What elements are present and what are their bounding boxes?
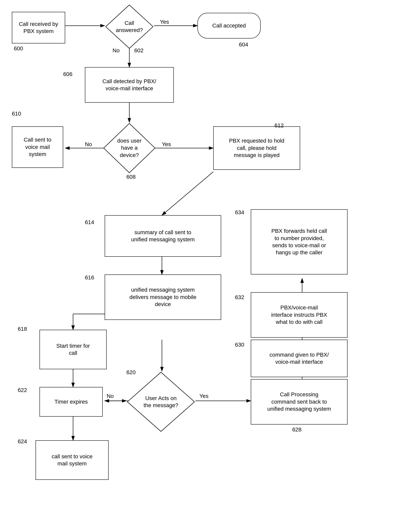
label-608: 608	[126, 174, 136, 180]
label-630: 630	[235, 342, 244, 348]
label-606: 606	[63, 71, 73, 77]
label-622: 622	[18, 387, 27, 393]
node-618: Start timer for call	[39, 330, 107, 369]
yes-label-608: Yes	[162, 141, 171, 148]
label-604: 604	[239, 41, 248, 48]
label-616: 616	[85, 274, 94, 281]
node-602: Call answered?	[105, 4, 154, 49]
no-label-620: No	[107, 393, 114, 399]
yes-label-620: Yes	[199, 393, 209, 399]
label-624: 624	[18, 438, 27, 445]
node-634: PBX forwards held call to number provide…	[251, 209, 347, 274]
node-624: call sent to voice mail system	[36, 440, 109, 480]
no-label-608: No	[85, 141, 92, 148]
node-610: Call sent to voice mail system	[12, 126, 63, 168]
svg-line-7	[162, 172, 213, 215]
node-600: Call received by PBX system	[12, 12, 65, 44]
label-614: 614	[85, 219, 94, 226]
label-612: 612	[274, 122, 284, 129]
label-620: 620	[126, 369, 136, 376]
node-604: Call accepted	[197, 13, 261, 38]
node-612: PBX requested to hold call, please hold …	[213, 126, 300, 170]
yes-label-602: Yes	[160, 19, 169, 25]
label-628: 628	[292, 427, 301, 433]
label-634: 634	[235, 209, 244, 216]
node-616: unified messaging system delivers messag…	[105, 274, 221, 320]
node-632: PBX/voice-mail interface instructs PBX w…	[251, 292, 347, 338]
label-618: 618	[18, 326, 27, 332]
node-620: User Acts on the message?	[126, 371, 195, 432]
node-630: command given to PBX/ voice-mail interfa…	[251, 340, 347, 377]
node-628: Call Processing command sent back to uni…	[251, 379, 347, 424]
label-610: 610	[12, 111, 21, 117]
node-608: does user have a device?	[103, 122, 156, 174]
label-602: 602	[134, 47, 143, 54]
node-622: Timer expires	[39, 387, 103, 417]
node-614: summary of call sent to unified messagin…	[105, 215, 221, 257]
no-label-602: No	[112, 47, 120, 54]
label-600: 600	[14, 45, 23, 52]
node-606: Call detected by PBX/ voice-mail interfa…	[85, 67, 174, 103]
label-632: 632	[235, 294, 244, 301]
